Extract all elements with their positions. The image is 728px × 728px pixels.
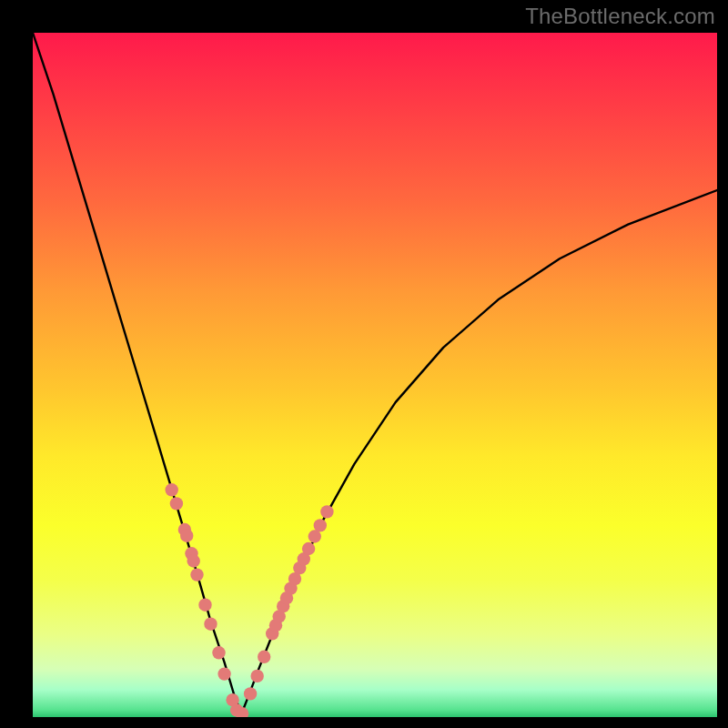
marker-dot bbox=[170, 497, 183, 510]
marker-dot bbox=[198, 599, 211, 612]
bottleneck-curve bbox=[33, 33, 717, 713]
watermark-text: TheBottleneck.com bbox=[525, 4, 715, 29]
marker-dot bbox=[187, 554, 200, 567]
chart-svg bbox=[33, 33, 717, 717]
marker-dot bbox=[217, 667, 230, 680]
marker-dot bbox=[166, 483, 178, 496]
marker-dot bbox=[314, 519, 327, 531]
marker-dot bbox=[320, 505, 333, 518]
marker-dot bbox=[251, 670, 264, 682]
marker-dot bbox=[302, 542, 315, 555]
marker-dot bbox=[212, 646, 225, 659]
marker-dot bbox=[204, 618, 217, 631]
marker-dot bbox=[244, 687, 257, 700]
plot-area bbox=[33, 33, 717, 717]
marker-dot bbox=[258, 651, 270, 663]
marker-group bbox=[166, 483, 334, 717]
marker-dot bbox=[190, 568, 203, 581]
marker-dot bbox=[180, 530, 193, 542]
chart-stage: TheBottleneck.com bbox=[0, 0, 728, 728]
